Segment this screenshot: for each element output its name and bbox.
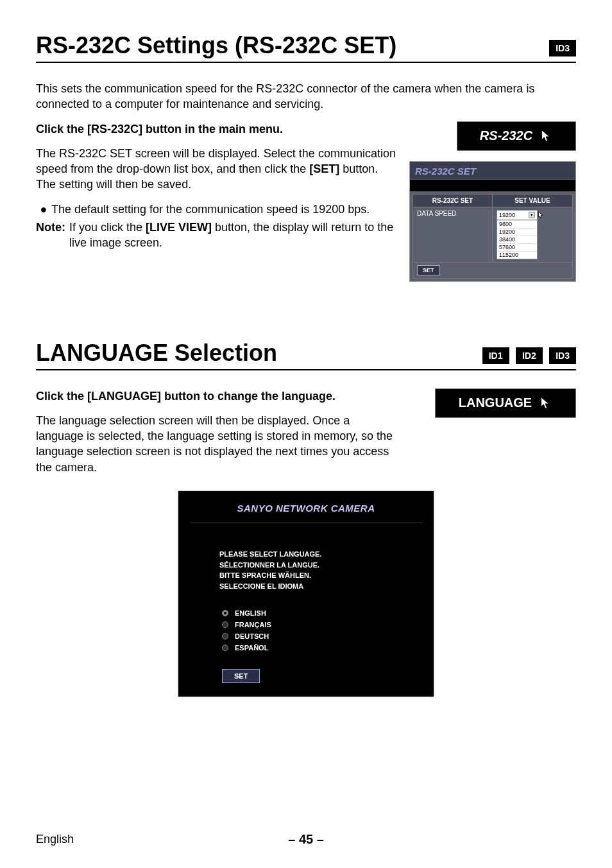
lang-step-title: Click the [LANGUAGE] button to change th… xyxy=(36,388,398,404)
dropdown-option[interactable]: 9600 xyxy=(497,220,537,228)
lang-instr-line: SELECCIONE EL IDIOMA xyxy=(219,581,422,592)
lang-option-francais[interactable]: FRANÇAIS xyxy=(222,621,422,629)
lang-option-label: ESPAÑOL xyxy=(235,644,268,652)
id-badges: ID3 xyxy=(545,40,576,56)
note-label: Note: xyxy=(36,220,65,251)
step-body: The RS-232C SET screen will be displayed… xyxy=(36,146,398,193)
rs232c-set-panel: RS-232C SET RS-232C SET SET VALUE DATA S… xyxy=(409,161,576,282)
badge-id2: ID2 xyxy=(516,347,543,364)
radio-icon xyxy=(222,621,228,628)
radio-icon xyxy=(222,633,228,639)
rs232c-menu-button-label: RS-232C xyxy=(480,128,532,143)
dropdown-option[interactable]: 19200 xyxy=(497,228,537,236)
footer-language: English xyxy=(36,833,74,846)
cursor-icon xyxy=(539,128,553,144)
dropdown-option[interactable]: 115200 xyxy=(497,251,537,259)
language-menu-button[interactable]: LANGUAGE xyxy=(435,388,576,418)
radio-icon xyxy=(222,645,228,651)
row-label: DATA SPEED xyxy=(413,207,493,262)
col-header-2: SET VALUE xyxy=(492,194,572,207)
set-button[interactable]: SET xyxy=(417,265,440,275)
bullet-text: The default setting for the communicatio… xyxy=(51,202,370,217)
chevron-down-icon: ▾ xyxy=(529,212,535,218)
bullet-dot-icon: ● xyxy=(36,202,51,217)
dropdown-selected: 19200 xyxy=(499,212,515,218)
lang-option-english[interactable]: ENGLISH xyxy=(222,609,422,617)
page-number: – 45 – xyxy=(288,832,324,847)
lang-option-deutsch[interactable]: DEUTSCH xyxy=(222,632,422,640)
note-row: Note: If you click the [LIVE VIEW] butto… xyxy=(36,220,398,251)
rs232c-menu-button[interactable]: RS-232C xyxy=(457,121,576,151)
radio-icon xyxy=(222,610,228,616)
page-footer: English – 45 – xyxy=(36,833,576,846)
badge-id3: ID3 xyxy=(549,347,576,364)
section-title: LANGUAGE Selection xyxy=(36,340,277,367)
section-title: RS-232C Settings (RS-232C SET) xyxy=(36,32,396,59)
section-header-rs232c: RS-232C Settings (RS-232C SET) ID3 xyxy=(36,32,576,63)
lang-option-espanol[interactable]: ESPAÑOL xyxy=(222,644,422,652)
bullet-item: ● The default setting for the communicat… xyxy=(36,202,398,217)
dropdown-option[interactable]: 38400 xyxy=(497,236,537,243)
dropdown-option[interactable]: 57600 xyxy=(497,243,537,251)
lang-instr-line: SÉLECTIONNER LA LANGUE. xyxy=(219,560,422,571)
step-title: Click the [RS-232C] button in the main m… xyxy=(36,121,398,137)
intro-text: This sets the communication speed for th… xyxy=(36,81,576,112)
lang-instructions: PLEASE SELECT LANGUAGE. SÉLECTIONNER LA … xyxy=(219,549,422,591)
badge-id3: ID3 xyxy=(549,40,576,56)
rs232c-panel-title: RS-232C SET xyxy=(410,162,575,180)
lang-option-label: DEUTSCH xyxy=(235,632,269,640)
language-menu-button-label: LANGUAGE xyxy=(459,395,532,410)
data-speed-dropdown[interactable]: 19200 ▾ 9600 19200 38400 57600 115200 xyxy=(497,210,538,259)
lang-instr-line: BITTE SPRACHE WÄHLEN. xyxy=(219,570,422,581)
lang-instr-line: PLEASE SELECT LANGUAGE. xyxy=(219,549,422,560)
lang-set-button[interactable]: SET xyxy=(222,669,260,683)
lang-option-label: ENGLISH xyxy=(235,609,266,617)
lang-step-body: The language selection screen will then … xyxy=(36,413,398,475)
id-badges: ID1 ID2 ID3 xyxy=(479,347,576,364)
cursor-mini-icon xyxy=(537,211,545,219)
lang-panel-title: SANYO NETWORK CAMERA xyxy=(190,500,422,523)
section-header-language: LANGUAGE Selection ID1 ID2 ID3 xyxy=(36,340,576,370)
rs232c-table: RS-232C SET SET VALUE DATA SPEED 19200 ▾ xyxy=(412,194,573,279)
note-body: If you click the [LIVE VIEW] button, the… xyxy=(69,220,398,251)
step-body-set: [SET] xyxy=(309,162,339,175)
col-header-1: RS-232C SET xyxy=(413,194,493,207)
badge-id1: ID1 xyxy=(482,347,509,364)
lang-option-label: FRANÇAIS xyxy=(235,621,271,629)
cursor-icon xyxy=(538,395,552,411)
language-selection-panel: SANYO NETWORK CAMERA PLEASE SELECT LANGU… xyxy=(178,490,434,697)
